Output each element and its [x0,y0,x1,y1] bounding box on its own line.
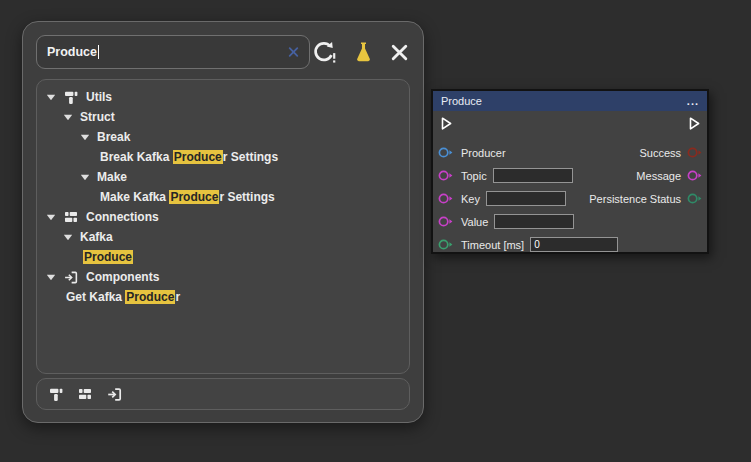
pin-label: Value [461,216,488,228]
tree-branch-item[interactable]: Components [42,267,404,287]
pin-label: Topic [461,170,487,182]
output-pin-icon[interactable] [687,169,703,182]
output-pin-icon[interactable] [687,146,703,159]
node-title: Produce [441,95,482,107]
node-title-bar[interactable]: Produce ... [433,91,707,111]
search-match-highlight: Produce [173,150,223,164]
tree-branch-item[interactable]: Kafka [42,227,404,247]
caret-down-icon[interactable] [46,214,56,221]
tree-branch-item[interactable]: Struct [42,107,404,127]
pin-value-field[interactable] [486,191,566,206]
output-pin-icon[interactable] [687,192,703,205]
caret-down-icon[interactable] [46,94,56,101]
search-match-highlight: Produce [125,290,175,304]
tree-item-label: Break Kafka Producer Settings [100,150,278,164]
search-input-value: Produce [47,45,97,59]
input-pin-icon[interactable] [438,238,454,251]
tree-item-label: Make [97,170,127,184]
pin-label: Message [636,170,681,182]
text-cursor [98,45,99,59]
connections-icon[interactable] [77,386,93,402]
tree-item-label: Connections [86,210,159,224]
input-pin-icon[interactable] [438,215,454,228]
node-output-pins: SuccessMessagePersistence Status [589,141,703,210]
node-menu-button[interactable]: ... [687,95,699,107]
tree-branch-item[interactable]: Utils [42,87,404,107]
tree-item-label: Components [86,270,159,284]
caret-down-icon[interactable] [46,274,56,281]
hammer-icon [63,89,79,105]
exec-in-pin[interactable] [438,115,454,132]
pin-label: Success [639,147,681,159]
pin-label: Key [461,193,480,205]
caret-down-icon[interactable] [63,234,73,241]
tree-item-label: Struct [80,110,115,124]
tree-leaf-item[interactable]: Get Kafka Producer [42,287,404,307]
tree-item-label: Utils [86,90,112,104]
node-body: ProducerTopicKeyValueTimeout [ms] Succes… [433,111,707,252]
clear-search-icon[interactable] [287,46,300,59]
tree-leaf-item[interactable]: Make Kafka Producer Settings [42,187,404,207]
pin-label: Persistence Status [589,193,681,205]
pin-value-field[interactable] [493,168,573,183]
input-pin-icon[interactable] [438,146,454,159]
tree-branch-item[interactable]: Connections [42,207,404,227]
tree-item-label: Make Kafka Producer Settings [100,190,275,204]
search-match-highlight: Produce [169,190,219,204]
tree-item-label: Break [97,130,130,144]
tree-leaf-item[interactable]: Break Kafka Producer Settings [42,147,404,167]
node-input-row: Value [438,210,618,233]
node-input-row: Timeout [ms] [438,233,618,256]
flask-icon[interactable] [352,40,375,65]
pin-value-field[interactable] [494,214,574,229]
palette-tree[interactable]: UtilsStructBreakBreak Kafka Producer Set… [36,79,410,374]
palette-footer-toolbar [36,378,410,410]
search-input[interactable]: Produce [36,35,310,69]
node-output-row: Message [589,164,703,187]
pin-label: Producer [461,147,506,159]
exec-out-pin[interactable] [686,115,702,132]
tree-item-label: Get Kafka Producer [66,290,180,304]
refresh-alert-icon[interactable] [311,40,338,65]
connections-icon [63,209,79,225]
tree-branch-item[interactable]: Make [42,167,404,187]
components-icon [63,269,79,285]
search-match-highlight: Produce [83,250,133,264]
caret-down-icon[interactable] [80,134,90,141]
tree-leaf-item[interactable]: Produce [42,247,404,267]
caret-down-icon[interactable] [63,114,73,121]
hammer-icon[interactable] [48,386,64,403]
input-pin-icon[interactable] [438,169,454,182]
node-output-row: Persistence Status [589,187,703,210]
produce-node[interactable]: Produce ... ProducerTopicKeyValueTimeout… [431,89,709,254]
tree-branch-item[interactable]: Break [42,127,404,147]
pin-label: Timeout [ms] [461,239,524,251]
pin-value-field[interactable] [530,237,618,252]
node-output-row: Success [589,141,703,164]
palette-search-row: Produce [36,35,410,69]
components-icon[interactable] [106,386,123,403]
input-pin-icon[interactable] [438,192,454,205]
tree-item-label: Kafka [80,230,113,244]
close-icon[interactable] [389,42,410,63]
tree-item-label: Produce [83,250,133,264]
palette-header-icons [311,40,410,65]
caret-down-icon[interactable] [80,174,90,181]
node-palette-window: Produce UtilsStructBreakBreak Kafka Prod… [22,21,424,423]
